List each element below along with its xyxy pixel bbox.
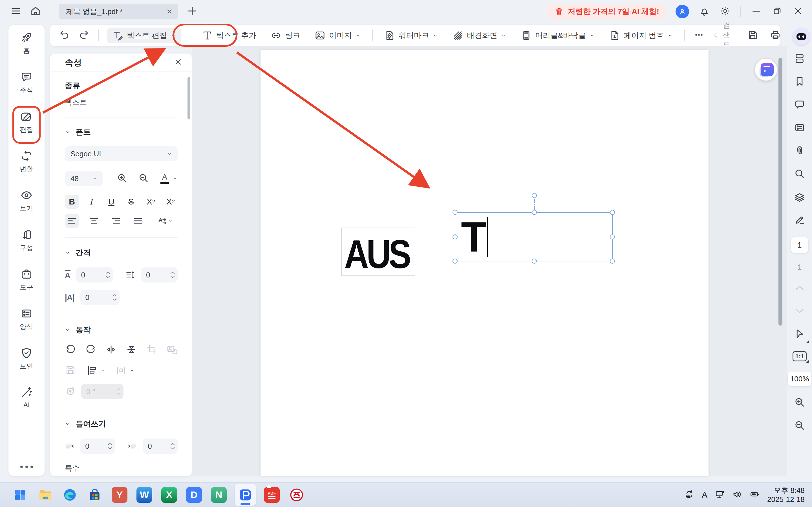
indent-right-input[interactable]: 0 <box>143 439 177 454</box>
action-section-header[interactable]: 동작 <box>65 325 177 335</box>
print-button[interactable] <box>770 29 781 42</box>
signature-icon[interactable] <box>794 214 806 227</box>
resize-handle-se[interactable] <box>610 259 615 264</box>
rotate-handle[interactable] <box>532 193 537 198</box>
font-color-button[interactable]: A <box>160 173 169 184</box>
resize-handle-e[interactable] <box>610 234 615 239</box>
zoom-out-button[interactable] <box>794 419 806 432</box>
indent-section-header[interactable]: 들여쓰기 <box>65 419 177 429</box>
settings-gear-icon[interactable] <box>719 5 731 18</box>
next-page-icon[interactable] <box>794 305 806 318</box>
sidebar-item-view[interactable]: 보기 <box>20 189 33 213</box>
taskbar-pdfelement-active[interactable] <box>235 484 256 506</box>
document-tab[interactable]: 제목 없음_1.pdf * ✕ <box>59 4 178 19</box>
bold-button[interactable]: B <box>65 194 79 209</box>
background-button[interactable]: 배경화면 <box>449 27 509 43</box>
align-objects-button[interactable] <box>86 365 105 376</box>
text-direction-button[interactable] <box>153 214 177 228</box>
indent-left-input[interactable]: 0 <box>80 439 115 454</box>
form-fields-icon[interactable] <box>794 122 806 135</box>
new-text-box[interactable]: T <box>455 212 613 262</box>
sidebar-item-forms[interactable]: 양식 <box>20 307 33 331</box>
fit-actual-size-button[interactable]: 1:1 <box>793 351 807 361</box>
align-center-button[interactable] <box>87 214 101 228</box>
font-size-select[interactable]: 48 <box>65 171 103 186</box>
sidebar-item-organize[interactable]: 구성 <box>20 228 33 252</box>
current-page-input[interactable]: 1 <box>791 237 808 253</box>
existing-text-block[interactable]: AUS <box>342 228 415 276</box>
decrease-font-button[interactable] <box>138 172 149 185</box>
sidebar-item-convert[interactable]: 변환 <box>20 149 33 173</box>
superscript-button[interactable]: X2 <box>144 194 158 209</box>
restore-window-icon[interactable] <box>771 5 783 18</box>
zoom-level[interactable]: 100% <box>788 372 811 386</box>
sidebar-item-ai[interactable]: AI <box>20 386 33 410</box>
taskbar-word[interactable]: W <box>135 486 153 504</box>
rotate-right-button[interactable] <box>85 344 96 356</box>
canvas-scrollbar[interactable] <box>778 58 782 326</box>
hamburger-menu-icon[interactable] <box>10 5 21 18</box>
spinner[interactable] <box>105 271 110 279</box>
sidebar-item-annotate[interactable]: 주석 <box>20 70 33 95</box>
network-icon[interactable] <box>715 489 725 501</box>
increase-font-button[interactable] <box>116 172 128 185</box>
comments-icon[interactable] <box>794 99 806 112</box>
taskbar-start-button[interactable] <box>11 486 29 504</box>
taskbar-pdf-reader[interactable]: PDF <box>263 486 281 504</box>
align-right-button[interactable] <box>109 214 123 228</box>
minimize-icon[interactable] <box>751 5 762 18</box>
sidebar-item-tools[interactable]: 도구 <box>20 268 33 292</box>
redo-button[interactable] <box>79 29 90 42</box>
promo-banner[interactable]: 저렴한 가격의 7일 AI 체험! <box>548 4 666 19</box>
pdf-page[interactable]: AUS T <box>260 50 709 476</box>
taskbar-excel[interactable]: X <box>160 486 178 504</box>
taskbar-file-explorer[interactable] <box>36 486 54 504</box>
resize-handle-sw[interactable] <box>453 259 458 264</box>
sync-status-icon[interactable] <box>684 489 695 501</box>
pointer-mode-button[interactable] <box>794 328 806 341</box>
sidebar-item-home[interactable]: 홈 <box>20 31 33 55</box>
resize-handle-w[interactable] <box>453 234 458 239</box>
h-scale-input[interactable]: 0 <box>80 290 120 305</box>
tab-close-icon[interactable]: ✕ <box>166 7 172 16</box>
strikethrough-button[interactable]: S <box>124 194 138 209</box>
font-section-header[interactable]: 폰트 <box>65 127 177 137</box>
chevron-down-icon[interactable] <box>172 176 177 181</box>
underline-button[interactable]: U <box>104 194 118 209</box>
home-icon[interactable] <box>30 5 41 18</box>
new-tab-icon[interactable] <box>187 5 198 18</box>
page-number-button[interactable]: 페이지 번호 <box>606 27 676 43</box>
font-family-select[interactable]: Segoe UI <box>65 146 177 161</box>
taskbar-y-app[interactable]: Y <box>110 486 129 504</box>
floating-ai-tools-button[interactable] <box>755 58 777 81</box>
rotate-left-button[interactable] <box>65 344 76 356</box>
subscript-button[interactable]: X2 <box>163 194 177 209</box>
resize-handle-n[interactable] <box>532 210 537 215</box>
italic-button[interactable]: I <box>85 194 99 209</box>
layers-icon[interactable] <box>794 191 806 204</box>
spinner[interactable] <box>170 271 175 279</box>
previous-page-icon[interactable] <box>794 282 806 295</box>
link-button[interactable]: 링크 <box>267 27 303 43</box>
watermark-button[interactable]: 워터마크 <box>381 27 441 43</box>
taskbar-ms-store[interactable] <box>86 486 104 504</box>
taskbar-edrawmind[interactable]: D <box>185 486 203 504</box>
align-justify-button[interactable] <box>131 214 145 228</box>
notifications-bell-icon[interactable] <box>699 5 710 18</box>
ime-language-indicator[interactable]: A <box>702 490 707 500</box>
align-left-button[interactable] <box>65 214 79 228</box>
account-avatar[interactable] <box>675 5 689 18</box>
save-button[interactable] <box>747 29 758 42</box>
battery-icon[interactable] <box>750 489 760 501</box>
spacing-section-header[interactable]: 간격 <box>65 247 177 258</box>
taskbar-clock[interactable]: 오후 8:48 2025-12-18 <box>767 486 805 504</box>
close-window-icon[interactable] <box>792 5 804 18</box>
more-tools-button[interactable] <box>693 29 705 42</box>
search-icon[interactable] <box>794 168 806 181</box>
properties-close-icon[interactable] <box>174 57 183 68</box>
image-button[interactable]: 이미지 <box>312 27 364 43</box>
volume-icon[interactable] <box>732 489 742 501</box>
sidebar-more-button[interactable] <box>20 466 33 468</box>
header-footer-button[interactable]: 머리글&바닥글 <box>518 27 598 43</box>
bookmarks-icon[interactable] <box>794 75 806 89</box>
